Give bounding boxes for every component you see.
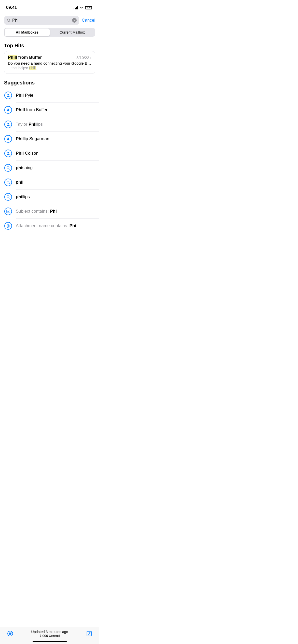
search-icon bbox=[7, 18, 11, 22]
signal-icon bbox=[74, 6, 78, 9]
all-mailboxes-tab[interactable]: All Mailboxes bbox=[5, 28, 50, 36]
suggestion-text: phishing bbox=[16, 165, 33, 170]
suggestion-text: Phillip Sugarman bbox=[16, 136, 49, 141]
svg-point-2 bbox=[7, 94, 9, 95]
suggestion-text: phillips bbox=[16, 194, 30, 199]
suggestion-attachment-contains[interactable]: Attachment name contains: Phi bbox=[0, 219, 99, 233]
person-icon-phil-colson bbox=[4, 149, 12, 157]
search-icon-phillips bbox=[4, 193, 12, 201]
suggestion-subject-contains[interactable]: Subject contains: Phi bbox=[0, 204, 99, 218]
person-icon-phil-pyle bbox=[4, 91, 12, 99]
svg-point-5 bbox=[7, 138, 9, 139]
person-icon-phill-buffer bbox=[4, 106, 12, 114]
preview-highlight: Phill bbox=[29, 66, 36, 70]
top-hit-preview: …that helps! Phill,… bbox=[8, 66, 91, 70]
suggestion-phishing[interactable]: phishing bbox=[0, 161, 99, 175]
clip-icon-attachment bbox=[4, 222, 12, 230]
top-hit-subject: Do you need a hand connecting your Googl… bbox=[8, 61, 91, 65]
svg-line-12 bbox=[9, 198, 10, 198]
top-hit-date: 8/10/22 › bbox=[76, 55, 91, 60]
person-icon-taylor bbox=[4, 120, 12, 128]
battery-icon: 100 bbox=[85, 6, 93, 9]
clear-search-button[interactable]: ✕ bbox=[72, 18, 77, 23]
top-hit-header: Phill from Buffer 8/10/22 › bbox=[8, 55, 91, 60]
suggestion-text: Taylor Phillips bbox=[16, 122, 43, 127]
suggestion-phil[interactable]: phil bbox=[0, 175, 99, 189]
suggestion-phil-pyle[interactable]: Phil Pyle bbox=[0, 88, 99, 103]
person-icon-phillip bbox=[4, 135, 12, 143]
search-query[interactable]: Phi bbox=[12, 18, 71, 23]
current-mailbox-tab[interactable]: Current Mailbox bbox=[50, 28, 95, 36]
svg-line-8 bbox=[9, 169, 10, 169]
svg-line-10 bbox=[9, 183, 10, 184]
top-hits-heading: Top Hits bbox=[0, 41, 99, 51]
suggestion-phillips[interactable]: phillips bbox=[0, 190, 99, 204]
suggestions-section: Suggestions Phil Pyle Phill from Buffer bbox=[0, 78, 99, 233]
svg-point-6 bbox=[7, 152, 9, 153]
top-hits-section: Top Hits Phill from Buffer 8/10/22 › Do … bbox=[0, 41, 99, 74]
suggestion-text: Subject contains: Phi bbox=[16, 209, 57, 214]
status-icons: 100 bbox=[74, 6, 93, 9]
svg-line-1 bbox=[9, 21, 10, 22]
suggestion-text: Phil Pyle bbox=[16, 93, 33, 98]
suggestion-taylor-phillips[interactable]: Taylor Phillips bbox=[0, 117, 99, 131]
svg-point-4 bbox=[7, 123, 9, 124]
search-bar: Phi ✕ bbox=[4, 16, 79, 25]
top-hit-item[interactable]: Phill from Buffer 8/10/22 › Do you need … bbox=[4, 51, 95, 74]
search-icon-phil bbox=[4, 178, 12, 186]
suggestion-text: phil bbox=[16, 180, 23, 185]
status-time: 09:41 bbox=[6, 5, 17, 10]
mailbox-scope-selector: All Mailboxes Current Mailbox bbox=[4, 28, 95, 37]
chevron-right-icon: › bbox=[90, 55, 91, 60]
sender-highlight: Phill bbox=[8, 55, 17, 60]
search-area: Phi ✕ Cancel bbox=[0, 14, 99, 27]
suggestion-text: Phill from Buffer bbox=[16, 107, 47, 112]
wifi-icon bbox=[79, 6, 84, 9]
status-bar: 09:41 100 bbox=[0, 0, 99, 14]
suggestion-phil-colson[interactable]: Phil Colson bbox=[0, 146, 99, 160]
suggestions-heading: Suggestions bbox=[0, 78, 99, 88]
svg-point-3 bbox=[7, 109, 9, 110]
cancel-button[interactable]: Cancel bbox=[82, 18, 95, 23]
search-icon-phishing bbox=[4, 164, 12, 172]
top-hit-sender: Phill from Buffer bbox=[8, 55, 42, 60]
suggestion-phillip-sugarman[interactable]: Phillip Sugarman bbox=[0, 132, 99, 146]
suggestion-phill-buffer[interactable]: Phill from Buffer bbox=[0, 103, 99, 117]
suggestion-text: Attachment name contains: Phi bbox=[16, 223, 76, 228]
suggestion-text: Phil Colson bbox=[16, 151, 38, 156]
mail-icon-subject bbox=[4, 207, 12, 215]
svg-rect-13 bbox=[6, 210, 10, 213]
